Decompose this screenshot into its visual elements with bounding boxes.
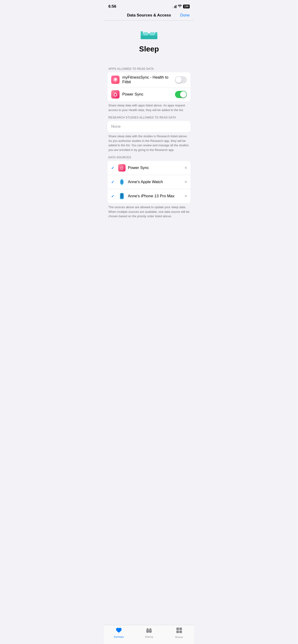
myfitnesssync-toggle[interactable] [175,76,187,84]
research-none-text: None [111,124,121,129]
svg-point-12 [121,181,123,183]
reorder-applewatch-icon[interactable]: ≡ [185,180,187,184]
powersync-source-label: Power Sync [128,166,182,170]
iphone-source-label: Anne's iPhone 13 Pro Max [128,194,182,198]
powersync-icon [111,90,120,98]
content: Sleep APPS ALLOWED TO READ DATA myFitnes… [104,21,194,244]
research-none-card: None [107,121,191,132]
svg-point-7 [114,78,115,80]
svg-rect-5 [141,36,157,39]
powersync-apps-label: Power Sync [122,92,172,97]
wifi-icon [178,5,182,8]
check-powersync: ✓ [111,166,116,170]
powersync-toggle[interactable] [175,91,187,98]
status-icons: 100 [172,5,190,8]
applewatch-source-label: Anne's Apple Watch [128,180,182,184]
svg-rect-10 [121,179,123,180]
apps-allowed-card: myFitnessSync - Health to Fitbit Power S… [107,72,191,101]
svg-rect-4 [150,32,155,36]
data-sources-card: ✓ Power Sync ≡ ✓ [107,161,191,203]
svg-rect-3 [143,32,148,36]
powersync-source-icon [118,164,126,172]
table-row: ✓ Power Sync ≡ [107,161,191,175]
research-description: Share sleep data with the studies in Res… [104,132,194,152]
check-iphone: ✓ [111,194,116,198]
data-sources-description: The sources above are allowed to update … [104,203,194,218]
nav-title: Data Sources & Access [120,13,178,18]
applewatch-icon [118,178,126,186]
svg-rect-16 [121,193,122,194]
apps-allowed-label: APPS ALLOWED TO READ DATA [104,67,194,70]
done-button[interactable]: Done [178,13,190,18]
research-studies-label: RESEARCH STUDIES ALLOWED TO READ DATA [104,116,194,119]
svg-rect-11 [121,184,123,185]
svg-rect-14 [120,194,123,199]
table-row: ✓ Anne's iPhone 13 Pro Max ≡ [107,189,191,203]
battery-icon: 100 [183,5,190,8]
battery-level: 100 [183,5,190,8]
nav-bar: Data Sources & Access Done [104,11,194,21]
myfitnesssync-label: myFitnessSync - Health to Fitbit [122,75,172,84]
iphone-icon [118,192,126,200]
reorder-iphone-icon[interactable]: ≡ [185,194,187,198]
bed-icon [140,27,158,41]
status-time: 6:56 [108,4,116,9]
powersync-row: Power Sync [107,88,191,101]
apps-description: Share sleep data with apps listed above.… [104,101,194,112]
status-bar: 6:56 100 [104,0,194,11]
hero-title: Sleep [139,45,159,53]
reorder-powersync-icon[interactable]: ≡ [185,166,187,170]
hero-section: Sleep [104,21,194,62]
myfitnesssync-icon [111,76,120,84]
check-applewatch: ✓ [111,180,116,184]
myfitnesssync-row: myFitnessSync - Health to Fitbit [107,72,191,88]
data-sources-label: DATA SOURCES [104,156,194,159]
signal-icon [172,5,176,8]
svg-rect-15 [121,198,123,199]
table-row: ✓ Anne's Apple Watch ≡ [107,175,191,189]
